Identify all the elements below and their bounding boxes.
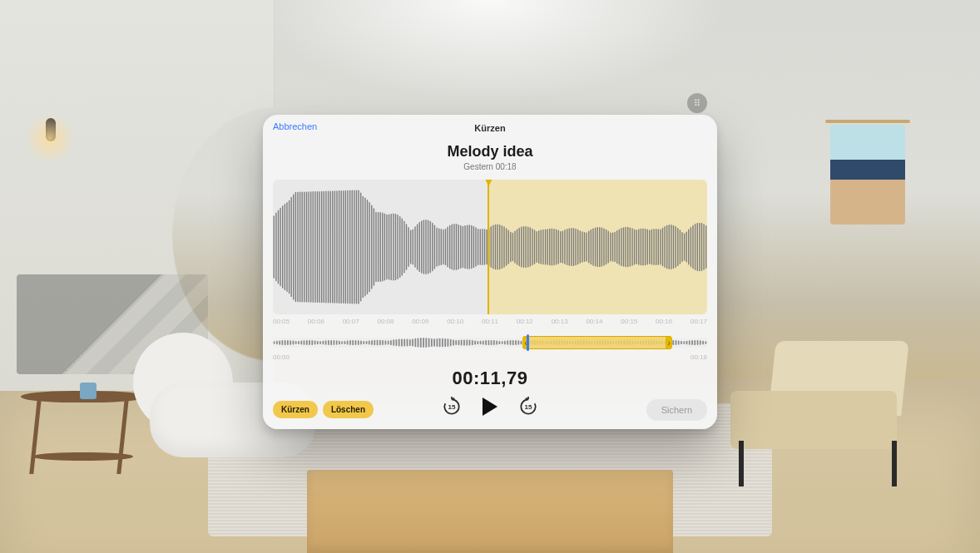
trim-button[interactable]: Kürzen: [273, 401, 318, 418]
overview-scrubber[interactable]: ‹ ›: [273, 333, 707, 352]
current-time-display: 00:11,79: [263, 368, 717, 389]
waveform-detail[interactable]: [273, 180, 707, 314]
skip-forward-15-button[interactable]: 15: [517, 396, 539, 417]
scrub-playhead[interactable]: [527, 334, 529, 351]
cancel-button[interactable]: Abbrechen: [273, 121, 317, 131]
ruler-tick: 00:12: [517, 318, 533, 325]
delete-button[interactable]: Löschen: [323, 401, 374, 418]
wall-hanging: [830, 125, 905, 225]
window-header: Abbrechen Kürzen: [263, 115, 717, 141]
trim-window: Abbrechen Kürzen Melody idea Gestern 00:…: [263, 115, 717, 429]
ruler-tick: 00:09: [412, 318, 428, 325]
memo-subtitle: Gestern 00:18: [263, 162, 717, 171]
ruler-tick: 00:07: [343, 318, 359, 325]
mug: [80, 383, 97, 399]
waveform-graphic: [273, 180, 707, 314]
play-button[interactable]: [483, 397, 497, 416]
window-title: Kürzen: [474, 123, 505, 133]
save-button[interactable]: Sichern: [646, 399, 707, 421]
ruler-tick: 00:17: [690, 318, 707, 325]
scrub-end-label: 00:18: [690, 353, 707, 361]
ruler-tick: 00:05: [273, 318, 290, 325]
trim-handle-right[interactable]: ›: [666, 337, 672, 348]
skip-back-15-button[interactable]: 15: [441, 396, 463, 417]
memo-date: Gestern: [463, 162, 493, 171]
wall-sconce: [43, 118, 58, 176]
ruler-tick: 00:13: [552, 318, 568, 325]
ruler-tick: 00:08: [377, 318, 393, 325]
background-room: ⠿ Abbrechen Kürzen Melody idea Gestern 0…: [0, 0, 980, 553]
side-table: [17, 391, 150, 491]
trim-selection[interactable]: ‹ ›: [522, 336, 672, 349]
ruler-tick: 00:10: [447, 318, 463, 325]
ruler-tick: 00:11: [482, 318, 498, 325]
memo-duration: 00:18: [496, 162, 517, 171]
skip-forward-amount: 15: [517, 396, 539, 417]
ruler-tick: 00:14: [586, 318, 602, 325]
scrub-start-label: 00:00: [273, 353, 290, 361]
playhead[interactable]: [488, 180, 489, 314]
memo-header: Melody idea Gestern 00:18: [263, 143, 717, 171]
scrub-labels: 00:00 00:18: [273, 353, 707, 361]
ruler-tick: 00:15: [621, 318, 637, 325]
skip-back-amount: 15: [441, 396, 463, 417]
time-ruler: 00:0500:0600:0700:0800:0900:1000:1100:12…: [263, 314, 717, 325]
window-control-icon[interactable]: ⠿: [687, 93, 707, 113]
memo-title: Melody idea: [263, 143, 717, 160]
ruler-tick: 00:16: [656, 318, 672, 325]
wicker-chair: [722, 341, 922, 491]
coffee-table: [307, 470, 673, 553]
ruler-tick: 00:06: [308, 318, 324, 325]
controls-row: Kürzen Löschen 15 15 Sichern: [263, 394, 717, 429]
